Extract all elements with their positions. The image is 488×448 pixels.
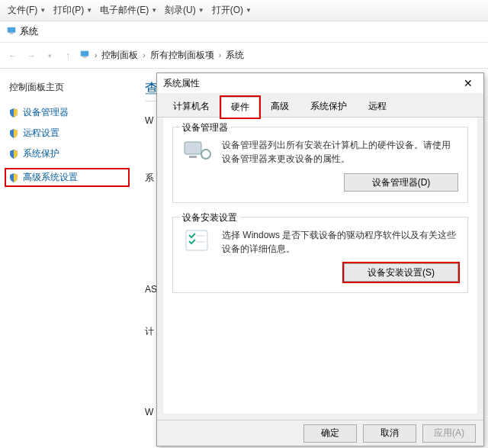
svg-rect-2 [81, 51, 89, 56]
nav-recent-icon[interactable]: ▾ [43, 49, 56, 63]
dialog-titlebar: 系统属性 ✕ [157, 73, 483, 93]
tab-remote[interactable]: 远程 [358, 96, 396, 117]
menu-file[interactable]: 文件(F)▼ [8, 4, 46, 17]
shield-icon [9, 129, 18, 138]
svg-rect-7 [186, 230, 207, 250]
sidebar-item-protection[interactable]: 系统保护 [9, 147, 128, 160]
address-label: 系统 [20, 25, 38, 38]
apply-button[interactable]: 应用(A) [422, 424, 476, 443]
group-description: 选择 Windows 是否下载设备的驱动程序软件以及有关这些设备的详细信息。 [222, 228, 458, 256]
group-device-manager: 设备管理器 设备管理器列出所有安装在计算机上的硬件设备。请使用设备管理器来更改设… [172, 127, 468, 203]
sidebar-item-label: 远程设置 [23, 127, 59, 140]
svg-point-6 [201, 150, 210, 159]
checklist-icon [182, 228, 213, 254]
breadcrumb-item[interactable]: 控制面板 [101, 49, 138, 62]
sidebar-item-label: 系统保护 [23, 147, 59, 160]
chevron-right-icon: › [95, 51, 97, 60]
dialog-title: 系统属性 [163, 77, 200, 90]
tab-protection[interactable]: 系统保护 [300, 96, 357, 117]
breadcrumb-item[interactable]: 所有控制面板项 [150, 49, 214, 62]
sidebar-item-device-manager[interactable]: 设备管理器 [9, 106, 128, 119]
nav-forward-icon[interactable]: → [24, 49, 38, 63]
sidebar-item-advanced[interactable]: 高级系统设置 [5, 168, 130, 187]
menu-print[interactable]: 打印(P)▼ [53, 4, 92, 17]
dialog-body: 设备管理器 设备管理器列出所有安装在计算机上的硬件设备。请使用设备管理器来更改设… [163, 118, 477, 414]
close-icon[interactable]: ✕ [459, 77, 477, 89]
device-manager-button[interactable]: 设备管理器(D) [344, 173, 458, 192]
tab-computer-name[interactable]: 计算机名 [163, 96, 220, 117]
shield-icon [9, 150, 18, 159]
sidebar-item-label: 设备管理器 [23, 106, 69, 119]
group-title: 设备管理器 [179, 121, 231, 134]
chevron-down-icon: ▼ [86, 7, 92, 14]
svg-rect-5 [189, 156, 197, 158]
sidebar-item-label: 高级系统设置 [23, 171, 78, 184]
sidebar: 控制面板主页 设备管理器 远程设置 系统保护 高级系统设置 [0, 69, 137, 448]
tab-advanced[interactable]: 高级 [261, 96, 299, 117]
chevron-right-icon: › [219, 51, 221, 60]
chevron-down-icon: ▼ [246, 7, 252, 14]
menu-email[interactable]: 电子邮件(E)▼ [100, 4, 157, 17]
menu-open[interactable]: 打开(O)▼ [212, 4, 252, 17]
chevron-down-icon: ▼ [198, 7, 204, 14]
system-properties-dialog: 系统属性 ✕ 计算机名 硬件 高级 系统保护 远程 设备管理器 设备管理器列出所… [156, 73, 484, 446]
chevron-right-icon: › [143, 51, 145, 60]
svg-rect-1 [9, 34, 13, 34]
cancel-button[interactable]: 取消 [363, 424, 416, 443]
sidebar-title: 控制面板主页 [9, 81, 128, 94]
computer-icon [79, 49, 90, 62]
svg-rect-3 [82, 57, 86, 58]
group-title: 设备安装设置 [179, 211, 240, 224]
breadcrumb-bar: ← → ▾ ↑ › 控制面板 › 所有控制面板项 › 系统 [0, 43, 488, 69]
ok-button[interactable]: 确定 [303, 424, 357, 443]
menubar: 文件(F)▼ 打印(P)▼ 电子邮件(E)▼ 刻录(U)▼ 打开(O)▼ [0, 0, 488, 21]
svg-rect-0 [8, 27, 16, 33]
menu-burn[interactable]: 刻录(U)▼ [165, 4, 204, 17]
tab-hardware[interactable]: 硬件 [221, 97, 259, 118]
group-device-install: 设备安装设置 选择 Windows 是否下载设备的驱动程序软件以及有关这些设备的… [172, 217, 468, 293]
device-install-settings-button[interactable]: 设备安装设置(S) [344, 263, 458, 282]
chevron-down-icon: ▼ [40, 7, 46, 14]
tab-strip: 计算机名 硬件 高级 系统保护 远程 [157, 93, 483, 118]
address-system[interactable]: 系统 [6, 25, 38, 38]
chevron-down-icon: ▼ [151, 7, 157, 14]
shield-icon [9, 173, 18, 182]
group-description: 设备管理器列出所有安装在计算机上的硬件设备。请使用设备管理器来更改设备的属性。 [222, 138, 458, 166]
shield-icon [9, 108, 18, 118]
device-manager-icon [182, 138, 213, 164]
nav-back-icon[interactable]: ← [6, 49, 20, 63]
dialog-footer: 确定 取消 应用(A) [157, 420, 483, 446]
address-row: 系统 [0, 21, 488, 43]
nav-up-icon[interactable]: ↑ [61, 49, 75, 63]
svg-rect-4 [185, 142, 201, 154]
computer-icon [6, 25, 17, 38]
sidebar-item-remote[interactable]: 远程设置 [9, 127, 128, 140]
breadcrumb-item[interactable]: 系统 [226, 49, 244, 62]
